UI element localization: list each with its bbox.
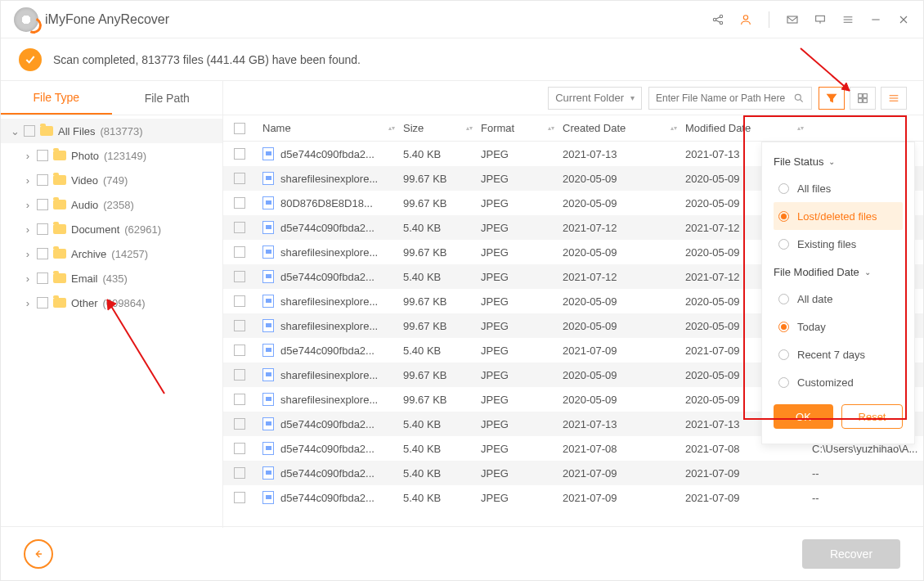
row-checkbox[interactable]: [234, 295, 245, 307]
row-checkbox[interactable]: [234, 246, 245, 258]
cell-format: JPEG: [481, 492, 563, 504]
search-input[interactable]: [656, 92, 788, 104]
search-box[interactable]: [648, 87, 812, 110]
mail-icon[interactable]: [786, 13, 799, 26]
sidebar-item-label: Audio: [71, 199, 98, 211]
row-checkbox[interactable]: [234, 369, 245, 381]
cell-created: 2020-05-09: [563, 246, 685, 259]
tab-file-path[interactable]: File Path: [112, 81, 223, 115]
checkbox[interactable]: [37, 248, 48, 259]
menu-icon[interactable]: [841, 13, 854, 26]
filter-reset-button[interactable]: Reset: [841, 404, 903, 429]
header-actions: [711, 11, 910, 28]
checkbox[interactable]: [37, 272, 48, 284]
cell-size: 5.40 KB: [403, 418, 481, 430]
col-created[interactable]: Created Date: [563, 122, 626, 134]
select-all-checkbox[interactable]: [234, 123, 245, 134]
row-checkbox[interactable]: [234, 222, 245, 233]
filter-status-lost[interactable]: Lost/deleted files: [774, 202, 903, 230]
filter-status-title: File Status ⌄: [774, 155, 903, 168]
row-checkbox[interactable]: [234, 492, 245, 503]
cell-created: 2021-07-09: [563, 492, 685, 504]
row-checkbox[interactable]: [234, 345, 245, 356]
chevron-down-icon[interactable]: ⌄: [864, 268, 871, 277]
image-file-icon: [262, 196, 274, 209]
chevron-right-icon[interactable]: ›: [24, 150, 32, 162]
row-checkbox[interactable]: [234, 148, 245, 160]
sidebar-item[interactable]: ›Archive (14257): [1, 241, 222, 266]
filter-date-today[interactable]: Today: [774, 313, 903, 340]
filter-ok-button[interactable]: OK: [774, 404, 833, 429]
sidebar-item[interactable]: ›Other (609864): [1, 290, 222, 315]
search-icon[interactable]: [793, 92, 805, 104]
checkbox[interactable]: [37, 199, 48, 210]
chevron-right-icon[interactable]: ›: [24, 223, 32, 236]
scope-dropdown[interactable]: Current Folder ▾: [548, 87, 642, 110]
col-size[interactable]: Size: [403, 122, 424, 134]
filter-button[interactable]: [819, 87, 845, 110]
checkbox[interactable]: [37, 297, 48, 309]
filter-date-custom[interactable]: Customized: [774, 368, 903, 396]
cell-created: 2020-05-09: [563, 173, 685, 185]
cell-size: 99.67 KB: [403, 246, 481, 259]
col-format[interactable]: Format: [481, 122, 514, 134]
cell-format: JPEG: [481, 148, 563, 160]
chevron-down-icon[interactable]: ⌄: [828, 157, 835, 166]
chevron-right-icon[interactable]: ›: [24, 297, 32, 309]
row-checkbox[interactable]: [234, 320, 245, 331]
cell-name: sharefilesinexplore...: [280, 369, 378, 381]
app-logo: iMyFone AnyRecover: [14, 7, 169, 32]
row-checkbox[interactable]: [234, 173, 245, 184]
row-checkbox[interactable]: [234, 271, 245, 282]
chevron-right-icon[interactable]: ›: [24, 174, 32, 187]
checkbox[interactable]: [37, 223, 48, 235]
cell-format: JPEG: [481, 443, 563, 455]
row-checkbox[interactable]: [234, 467, 245, 479]
col-modified[interactable]: Modified Date: [685, 122, 751, 134]
cell-format: JPEG: [481, 345, 563, 357]
checkbox[interactable]: [37, 150, 48, 161]
cell-created: 2021-07-13: [563, 418, 685, 430]
sidebar-item-count: (62961): [124, 223, 161, 236]
chevron-right-icon[interactable]: ›: [24, 272, 32, 285]
chevron-right-icon[interactable]: ›: [24, 199, 32, 211]
cell-format: JPEG: [481, 271, 563, 283]
sidebar-item-label: Document: [71, 223, 119, 236]
close-icon[interactable]: [897, 13, 910, 26]
sidebar-item[interactable]: ›Photo (123149): [1, 143, 222, 168]
tabs: File Type File Path: [1, 81, 223, 115]
row-checkbox[interactable]: [234, 197, 245, 209]
filter-status-all[interactable]: All files: [774, 174, 903, 202]
col-name[interactable]: Name: [262, 122, 291, 134]
row-checkbox[interactable]: [234, 418, 245, 430]
user-icon[interactable]: [739, 13, 752, 26]
sidebar-item[interactable]: ›Email (435): [1, 266, 222, 290]
table-row[interactable]: d5e744c090fbda2...5.40 KBJPEG2021-07-092…: [223, 461, 923, 485]
list-view-button[interactable]: [881, 87, 907, 110]
filter-date-week[interactable]: Recent 7 days: [774, 340, 903, 368]
sidebar-item[interactable]: ›Video (749): [1, 168, 222, 192]
tab-file-type[interactable]: File Type: [1, 81, 112, 115]
checkbox[interactable]: [37, 174, 48, 186]
row-checkbox[interactable]: [234, 394, 245, 405]
recover-button[interactable]: Recover: [802, 539, 900, 569]
filter-status-existing[interactable]: Existing files: [774, 230, 903, 258]
sidebar-item[interactable]: ›Audio (2358): [1, 192, 222, 217]
thumbnail-view-button[interactable]: [850, 87, 876, 110]
cell-format: JPEG: [481, 222, 563, 234]
sidebar-item[interactable]: ›Document (62961): [1, 217, 222, 241]
sidebar-root[interactable]: ⌄ All Files (813773): [1, 119, 222, 143]
chevron-down-icon[interactable]: ⌄: [11, 125, 19, 137]
row-checkbox[interactable]: [234, 443, 245, 454]
feedback-icon[interactable]: [814, 13, 827, 26]
share-icon[interactable]: [711, 13, 724, 26]
filter-date-all[interactable]: All date: [774, 285, 903, 313]
sidebar-item-count: (14257): [111, 248, 148, 260]
checkbox[interactable]: [24, 125, 35, 137]
table-row[interactable]: d5e744c090fbda2...5.40 KBJPEG2021-07-092…: [223, 485, 923, 510]
chevron-right-icon[interactable]: ›: [24, 248, 32, 260]
minimize-icon[interactable]: [869, 13, 882, 26]
cell-format: JPEG: [481, 394, 563, 406]
back-button[interactable]: [24, 539, 53, 569]
cell-size: 5.40 KB: [403, 345, 481, 357]
